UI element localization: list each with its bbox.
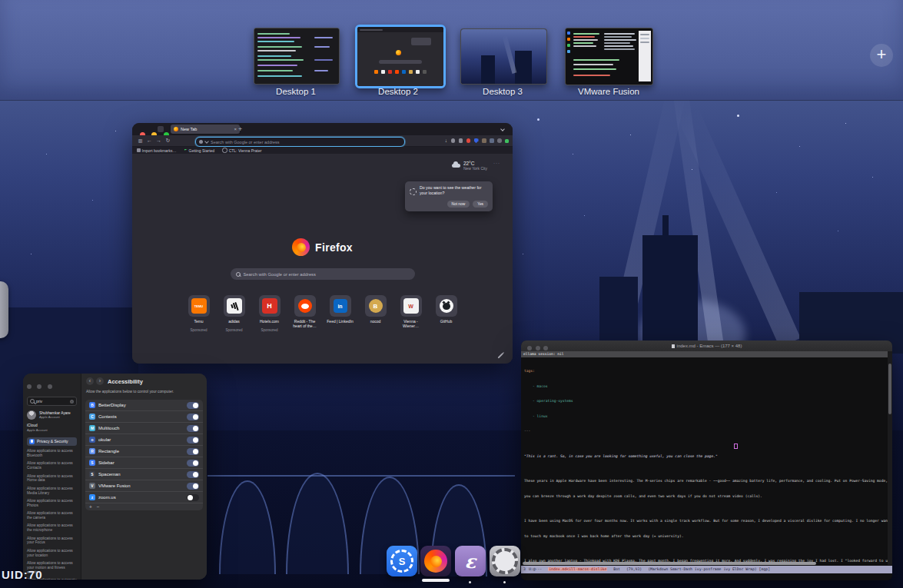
yes-button[interactable]: Yes	[473, 201, 488, 208]
dock-icon-system-settings[interactable]	[490, 546, 520, 576]
weather-menu-icon[interactable]: ···	[493, 161, 500, 165]
search-engine-icon[interactable]	[199, 140, 203, 144]
bookmark-icon	[137, 148, 141, 152]
sidebar-item-allow[interactable]: Allow applications to access the microph…	[27, 523, 77, 533]
toggle-rectangle[interactable]	[187, 448, 199, 455]
emacs-horizontal-bar[interactable]	[523, 562, 816, 565]
tile-github[interactable]: GitHub	[433, 295, 460, 332]
weather-widget[interactable]: 22°C New York City ···	[452, 161, 500, 171]
settings-search-input[interactable]: priv ×	[27, 397, 77, 406]
back-button[interactable]: ‹	[86, 377, 94, 385]
not-now-button[interactable]: Not now	[447, 201, 470, 208]
tile-nocod[interactable]: B nocod	[362, 295, 390, 332]
location-permission-dialog: Do you want to see the weather for your …	[405, 181, 493, 211]
tab-close-icon[interactable]: ×	[234, 127, 237, 131]
userscript-icon[interactable]	[482, 138, 486, 143]
sidebar-item-allow[interactable]: Allow applications to access Contacts	[27, 461, 77, 470]
firefox-window[interactable]: New Tab × + ▥ ← → ↻ Search with Google o…	[132, 123, 513, 364]
toggle-zoom[interactable]	[187, 494, 199, 501]
icloud-row[interactable]: iCloud Apple Account	[27, 424, 77, 432]
dock-icon-stats[interactable]: S	[387, 546, 417, 576]
app-icon: S	[89, 471, 95, 477]
emacs-window[interactable]: index.md - Emacs — (177 × 48) ellama ses…	[521, 341, 892, 580]
zoom-window-button[interactable]	[48, 384, 52, 389]
toggle-okular[interactable]	[187, 437, 199, 443]
emacs-buffer[interactable]: tags: - macos - operating-systems - linu…	[524, 359, 886, 580]
toggle-spaceman[interactable]	[187, 471, 199, 478]
bookmark-import[interactable]: Import bookmarks…	[137, 148, 177, 153]
clear-search-icon[interactable]: ×	[70, 400, 74, 404]
dock-running-dot	[503, 581, 506, 583]
dock-icon-emacs[interactable]: ε	[455, 546, 486, 576]
remove-app-button[interactable]: −	[97, 504, 100, 510]
toggle-vmware[interactable]	[187, 483, 199, 490]
add-app-button[interactable]: +	[89, 504, 92, 510]
desktop-thumbnail-3[interactable]	[460, 28, 547, 85]
password-manager-icon[interactable]	[474, 138, 479, 144]
bookmark-vienna-prater[interactable]: CTL: Vienna Prater	[222, 148, 261, 153]
dock-icon-firefox[interactable]	[420, 546, 451, 576]
scrollbar-thumb[interactable]	[888, 364, 891, 414]
close-window-button[interactable]	[527, 346, 532, 350]
settings-description: Allow the applications below to control …	[86, 390, 203, 394]
emacs-scrollbar[interactable]	[888, 351, 892, 565]
sidebar-item-allow[interactable]: Allow applications to access your locati…	[27, 549, 77, 558]
toggle-contexts[interactable]	[187, 414, 199, 420]
firefox-view-icon[interactable]	[158, 126, 164, 132]
edit-newtab-icon[interactable]	[497, 353, 503, 358]
desktop-label[interactable]: Desktop 1	[246, 87, 346, 96]
sidebar-item-allow[interactable]: Allow applications to access the camera	[27, 511, 77, 520]
zoom-window-button[interactable]	[543, 346, 548, 350]
window-edge-pill	[0, 281, 8, 338]
tile-hotels[interactable]: H Hotels.com Sponsored	[256, 295, 284, 332]
extensions-icon[interactable]	[459, 138, 463, 143]
forward-icon[interactable]: →	[155, 138, 162, 144]
new-tab-button[interactable]: +	[238, 125, 242, 133]
desktop-thumbnail-1[interactable]	[254, 28, 340, 85]
desktop-thumbnail-2-selected[interactable]	[355, 25, 446, 88]
reload-icon[interactable]: ↻	[164, 138, 171, 144]
tile-linkedin[interactable]: in Feed | LinkedIn	[327, 295, 354, 332]
sidebar-item-allow[interactable]: Allow applications to access Home data	[27, 474, 77, 483]
toggle-sidebar[interactable]	[187, 460, 199, 467]
sidebar-item-privacy-security[interactable]: Privacy & Security	[27, 437, 77, 446]
screenshot-icon[interactable]	[505, 139, 509, 143]
toggle-betterdisplay[interactable]	[187, 402, 199, 409]
minimize-window-button[interactable]	[37, 384, 41, 389]
bookmark-getting-started[interactable]: Getting Started	[184, 148, 215, 153]
tile-vienna[interactable]: W Vienna - Wiener…	[397, 295, 425, 332]
system-settings-window[interactable]: priv × Shubhamkar Ayare Apple Account iC…	[23, 374, 207, 580]
sidebar-item-allow[interactable]: Allow applications to access Bluetooth	[27, 449, 77, 458]
tile-adidas[interactable]: adidas Sponsored	[221, 295, 248, 332]
tab-new-tab[interactable]: New Tab ×	[171, 125, 240, 134]
add-desktop-button[interactable]: +	[870, 44, 893, 67]
minimize-window-button[interactable]	[536, 346, 540, 350]
chevron-down-icon[interactable]	[204, 139, 209, 144]
toggle-multitouch[interactable]	[187, 425, 199, 432]
adblock-icon[interactable]	[466, 138, 471, 143]
sidebar-item-allow[interactable]: Allow applications to access your Focus	[27, 537, 77, 546]
desktop-label[interactable]: Desktop 2	[348, 87, 448, 96]
sidebar-toggle-icon[interactable]: ▥	[137, 138, 144, 144]
hotels-icon: H	[262, 298, 277, 314]
account-row[interactable]: Shubhamkar Ayare Apple Account	[27, 410, 77, 420]
desktop-label[interactable]: VMware Fusion	[559, 87, 659, 96]
list-all-tabs-icon[interactable]	[500, 127, 505, 131]
back-icon[interactable]: ←	[146, 138, 153, 144]
close-window-button[interactable]	[27, 384, 32, 389]
history-icon[interactable]	[497, 138, 502, 143]
desktop-label[interactable]: Desktop 3	[453, 87, 553, 96]
newtab-search-input[interactable]: Search with Google or enter address	[231, 268, 415, 280]
downloads-icon[interactable]: ↓	[445, 138, 447, 144]
tile-temu[interactable]: TEMU Temu Sponsored	[185, 295, 213, 332]
tile-reddit[interactable]: Reddit - The heart of the…	[291, 295, 319, 332]
address-bar[interactable]: Search with Google or enter address	[195, 137, 405, 147]
new-tab-page: 22°C New York City ··· Do you want to se…	[132, 154, 513, 364]
desktop-thumbnail-vmware[interactable]	[565, 28, 653, 85]
sidebar-item-allow[interactable]: Allow applications to access Photos	[27, 499, 77, 508]
account-icon[interactable]	[451, 138, 456, 143]
sidebar-item-allow[interactable]: Allow applications to access Media Libra…	[27, 487, 77, 496]
forward-button[interactable]: ›	[96, 377, 104, 385]
container-tabs-icon[interactable]	[490, 138, 494, 143]
emacs-minibuffer[interactable]	[521, 573, 892, 581]
